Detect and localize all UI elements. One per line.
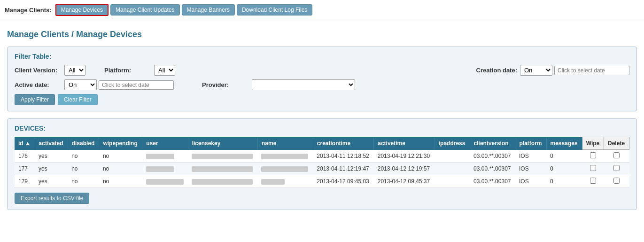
col-id[interactable]: id ▲ xyxy=(15,137,35,150)
filter-title: Filter Table: xyxy=(15,53,629,60)
cell-delete[interactable] xyxy=(604,175,629,188)
delete-checkbox[interactable] xyxy=(613,165,620,171)
wipe-checkbox[interactable] xyxy=(590,178,596,184)
cell-clientversion: 03.00.**.00307 xyxy=(470,175,515,188)
filter-buttons: Apply Filter Clear Filter xyxy=(15,94,629,105)
col-delete: Delete xyxy=(604,137,629,150)
col-wipe: Wipe xyxy=(582,137,604,150)
col-clientversion[interactable]: clientversion xyxy=(470,137,515,150)
cell-messages: 0 xyxy=(546,150,582,163)
nav-manage-devices[interactable]: Manage Devices xyxy=(55,4,109,16)
cell-activated: yes xyxy=(35,163,68,175)
cell-wipe[interactable] xyxy=(582,163,604,175)
platform-group: Platform: All xyxy=(104,65,180,76)
cell-user xyxy=(142,150,188,163)
cell-ipaddress xyxy=(435,163,470,175)
wipe-checkbox[interactable] xyxy=(590,165,596,171)
cell-disabled: no xyxy=(68,175,99,188)
col-user[interactable]: user xyxy=(142,137,188,150)
platform-label: Platform: xyxy=(104,67,151,74)
col-disabled[interactable]: disabled xyxy=(68,137,99,150)
cell-user xyxy=(142,163,188,175)
clear-filter-button[interactable]: Clear Filter xyxy=(58,94,98,105)
top-navigation: Manage Clients: Manage Devices Manage Cl… xyxy=(0,0,644,20)
cell-activated: yes xyxy=(35,175,68,188)
provider-group: Provider: xyxy=(202,79,355,90)
page-title: Manage Clients / Manage Devices xyxy=(0,20,644,47)
cell-id: 179 xyxy=(15,175,35,188)
col-name[interactable]: name xyxy=(257,137,313,150)
cell-ipaddress xyxy=(435,175,470,188)
cell-delete[interactable] xyxy=(604,163,629,175)
cell-activetime: 2013-04-19 12:21:30 xyxy=(374,150,435,163)
client-version-group: Client Version: All xyxy=(15,65,90,76)
col-licensekey[interactable]: licensekey xyxy=(188,137,257,150)
cell-wipepending: no xyxy=(99,175,142,188)
filter-section: Filter Table: Client Version: All Platfo… xyxy=(7,47,637,111)
cell-licensekey xyxy=(188,175,257,188)
client-version-select[interactable]: All xyxy=(64,65,85,76)
export-csv-button[interactable]: Export results to CSV file xyxy=(15,193,89,204)
delete-checkbox[interactable] xyxy=(613,178,620,184)
delete-checkbox[interactable] xyxy=(613,152,620,158)
creation-date-condition-select[interactable]: On Before After xyxy=(520,65,552,76)
cell-delete[interactable] xyxy=(604,150,629,163)
active-date-label: Active date: xyxy=(15,81,62,88)
col-messages[interactable]: messages xyxy=(546,137,582,150)
col-platform[interactable]: platform xyxy=(515,137,546,150)
nav-manage-client-updates[interactable]: Manage Client Updates xyxy=(110,4,179,16)
cell-platform: IOS xyxy=(515,175,546,188)
cell-name xyxy=(257,175,313,188)
active-date-condition-select[interactable]: On Before After xyxy=(64,79,97,90)
cell-messages: 0 xyxy=(546,163,582,175)
col-creationtime[interactable]: creationtime xyxy=(313,137,373,150)
table-row: 176yesnono2013-04-11 12:18:522013-04-19 … xyxy=(15,150,629,163)
creation-date-group: Creation date: On Before After xyxy=(476,65,629,76)
filter-row-2: Active date: On Before After Provider: xyxy=(15,79,629,90)
col-activetime[interactable]: activetime xyxy=(374,137,435,150)
filter-row-1: Client Version: All Platform: All Creati… xyxy=(15,65,629,76)
wipe-checkbox[interactable] xyxy=(590,152,596,158)
platform-select[interactable]: All xyxy=(154,65,175,76)
table-header-row: id ▲ activated disabled wipepending user… xyxy=(15,137,629,150)
cell-messages: 0 xyxy=(546,175,582,188)
cell-platform: IOS xyxy=(515,150,546,163)
main-content: Filter Table: Client Version: All Platfo… xyxy=(0,47,644,217)
creation-date-input[interactable] xyxy=(554,66,629,75)
cell-creationtime: 2013-04-11 12:19:47 xyxy=(313,163,373,175)
provider-label: Provider: xyxy=(202,81,249,88)
cell-platform: IOS xyxy=(515,163,546,175)
table-row: 179yesnono2013-04-12 09:45:032013-04-12 … xyxy=(15,175,629,188)
cell-licensekey xyxy=(188,163,257,175)
cell-creationtime: 2013-04-11 12:18:52 xyxy=(313,150,373,163)
nav-download-client-log-files[interactable]: Download Client Log Files xyxy=(237,4,312,16)
cell-disabled: no xyxy=(68,150,99,163)
client-version-label: Client Version: xyxy=(15,67,62,74)
cell-name xyxy=(257,150,313,163)
cell-id: 177 xyxy=(15,163,35,175)
apply-filter-button[interactable]: Apply Filter xyxy=(15,94,55,105)
col-ipaddress[interactable]: ipaddress xyxy=(435,137,470,150)
col-wipepending[interactable]: wipepending xyxy=(99,137,142,150)
cell-disabled: no xyxy=(68,163,99,175)
table-row: 177yesnono2013-04-11 12:19:472013-04-12 … xyxy=(15,163,629,175)
cell-activetime: 2013-04-12 09:45:37 xyxy=(374,175,435,188)
col-activated[interactable]: activated xyxy=(35,137,68,150)
cell-clientversion: 03.00.**.00307 xyxy=(470,150,515,163)
active-date-group: Active date: On Before After xyxy=(15,79,174,90)
cell-creationtime: 2013-04-12 09:45:03 xyxy=(313,175,373,188)
cell-ipaddress xyxy=(435,150,470,163)
cell-activated: yes xyxy=(35,150,68,163)
cell-name xyxy=(257,163,313,175)
cell-id: 176 xyxy=(15,150,35,163)
active-date-input[interactable] xyxy=(99,80,174,90)
cell-wipepending: no xyxy=(99,150,142,163)
cell-wipe[interactable] xyxy=(582,175,604,188)
nav-manage-banners[interactable]: Manage Banners xyxy=(182,4,235,16)
nav-label: Manage Clients: xyxy=(5,7,52,14)
provider-select[interactable] xyxy=(252,79,355,90)
creation-date-label: Creation date: xyxy=(476,67,517,74)
cell-wipe[interactable] xyxy=(582,150,604,163)
devices-table: id ▲ activated disabled wipepending user… xyxy=(15,137,629,188)
cell-user xyxy=(142,175,188,188)
